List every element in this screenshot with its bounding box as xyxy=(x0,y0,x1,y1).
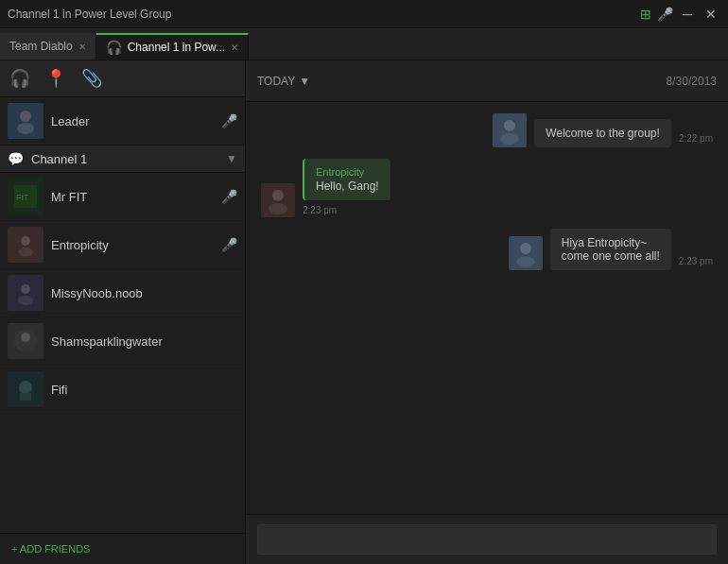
chat-date: 8/30/2013 xyxy=(667,75,717,88)
tab-channel1-icon: 🎧 xyxy=(106,40,122,55)
chat-input[interactable] xyxy=(257,524,717,555)
svg-point-16 xyxy=(504,120,515,131)
missynoob-name: MissyNoob.noob xyxy=(51,286,237,300)
channel-arrow-icon: ▼ xyxy=(226,152,237,165)
svg-point-22 xyxy=(520,243,531,254)
svg-point-11 xyxy=(21,333,30,342)
sham-avatar xyxy=(8,323,43,359)
entropicity-mic-icon: 🎤 xyxy=(221,237,237,252)
grid-icon: ⊞ xyxy=(640,7,651,22)
chat-header: TODAY ▼ 8/30/2013 xyxy=(246,60,728,102)
chat-area: TODAY ▼ 8/30/2013 2:22 pm Welcome to the… xyxy=(246,60,728,564)
svg-point-1 xyxy=(17,123,34,134)
message-1: 2:22 pm Welcome to the group! xyxy=(261,113,713,147)
member-entropicity[interactable]: Entropicity 🎤 xyxy=(0,221,245,269)
leader-avatar xyxy=(8,103,43,139)
msg1-text: Welcome to the group! xyxy=(546,127,660,140)
sidebar-toolbar: 🎧 📍 📎 xyxy=(0,60,245,97)
message-2: Entropicity Hello, Gang! 2:23 pm xyxy=(261,159,713,217)
msg2-bubble: Entropicity Hello, Gang! xyxy=(303,159,390,200)
today-chevron: ▼ xyxy=(299,75,310,88)
svg-point-17 xyxy=(500,133,519,145)
member-leader[interactable]: Leader 🎤 xyxy=(0,97,245,145)
msg3-bubble: Hiya Entropicity~ come one come all! xyxy=(550,229,671,270)
tab-channel1-label: Channel 1 in Pow... xyxy=(128,41,225,54)
msg1-avatar xyxy=(493,113,527,147)
mrfit-avatar: FIT xyxy=(8,179,43,214)
msg1-time-group: 2:22 pm xyxy=(679,133,713,147)
entropicity-avatar xyxy=(8,227,43,263)
sidebar: 🎧 📍 📎 Leader 🎤 💬 xyxy=(0,60,246,564)
svg-point-8 xyxy=(21,284,30,294)
msg2-text: Hello, Gang! xyxy=(316,179,379,193)
minimize-button[interactable]: ─ xyxy=(679,5,696,24)
svg-point-5 xyxy=(21,236,30,246)
tab-team-diablo-close[interactable]: ✕ xyxy=(78,42,86,52)
msg2-avatar xyxy=(261,183,295,217)
today-label: TODAY xyxy=(257,75,295,88)
svg-point-19 xyxy=(272,190,284,201)
msg2-group: Entropicity Hello, Gang! 2:23 pm xyxy=(303,159,390,217)
location-icon[interactable]: 📍 xyxy=(45,68,66,89)
mrfit-mic-icon: 🎤 xyxy=(221,189,237,204)
fifi-name: Fifi xyxy=(51,383,237,397)
member-fifi[interactable]: Fifi xyxy=(0,366,245,414)
members-list: Leader 🎤 💬 Channel 1 ▼ FIT xyxy=(0,97,245,533)
svg-point-6 xyxy=(18,248,33,257)
member-missynoob[interactable]: MissyNoob.noob xyxy=(0,269,245,317)
msg3-timestamp: 2:23 pm xyxy=(679,256,713,266)
leader-mic-icon: 🎤 xyxy=(221,113,237,128)
tab-channel1-close[interactable]: ✕ xyxy=(231,43,238,53)
main-layout: 🎧 📍 📎 Leader 🎤 💬 xyxy=(0,60,728,564)
svg-point-0 xyxy=(20,111,31,122)
svg-text:FIT: FIT xyxy=(16,193,29,202)
svg-point-20 xyxy=(269,203,287,214)
leader-name: Leader xyxy=(51,114,214,128)
close-button[interactable]: ✕ xyxy=(702,5,720,24)
msg1-timestamp: 2:22 pm xyxy=(679,133,713,144)
svg-rect-14 xyxy=(20,393,31,401)
msg3-time-group: 2:23 pm xyxy=(679,256,713,270)
paperclip-icon[interactable]: 📎 xyxy=(81,68,102,89)
headset-icon[interactable]: 🎧 xyxy=(9,68,30,89)
tab-team-diablo[interactable]: Team Diablo ✕ xyxy=(0,33,96,60)
add-friends-button[interactable]: + ADD FRIENDS xyxy=(0,533,245,564)
sham-name: Shamsparklingwater xyxy=(51,334,237,349)
svg-point-9 xyxy=(18,296,33,305)
channel-name: Channel 1 xyxy=(31,152,218,166)
mrfit-name: Mr FIT xyxy=(51,190,214,204)
tab-team-diablo-label: Team Diablo xyxy=(9,40,73,53)
member-sham[interactable]: Shamsparklingwater xyxy=(0,317,245,366)
channel-bubble-icon: 💬 xyxy=(8,151,24,166)
msg2-timestamp: 2:23 pm xyxy=(303,205,337,215)
title-bar-controls: ⊞ 🎤 ─ ✕ xyxy=(640,5,720,24)
chat-input-area xyxy=(246,514,728,564)
messages-container: 2:22 pm Welcome to the group! xyxy=(246,102,728,514)
svg-point-13 xyxy=(19,381,32,394)
chat-today: TODAY ▼ xyxy=(257,75,310,88)
title-bar: Channel 1 in Power Level Group ⊞ 🎤 ─ ✕ xyxy=(0,0,728,28)
entropicity-name: Entropicity xyxy=(51,238,214,252)
missynoob-avatar xyxy=(8,275,43,311)
channel-section[interactable]: 💬 Channel 1 ▼ xyxy=(0,145,245,173)
message-3: 2:23 pm Hiya Entropicity~ come one come … xyxy=(261,229,713,270)
window-title: Channel 1 in Power Level Group xyxy=(8,8,171,21)
msg3-avatar xyxy=(509,236,543,270)
tab-bar: Team Diablo ✕ 🎧 Channel 1 in Pow... ✕ xyxy=(0,28,728,60)
msg1-bubble: Welcome to the group! xyxy=(534,119,671,147)
tab-channel1[interactable]: 🎧 Channel 1 in Pow... ✕ xyxy=(96,33,249,60)
svg-point-23 xyxy=(516,256,535,267)
mic-icon: 🎤 xyxy=(657,7,673,22)
member-mrfit[interactable]: FIT Mr FIT 🎤 xyxy=(0,173,245,221)
fifi-avatar xyxy=(8,371,43,407)
msg2-sender: Entropicity xyxy=(316,166,379,178)
